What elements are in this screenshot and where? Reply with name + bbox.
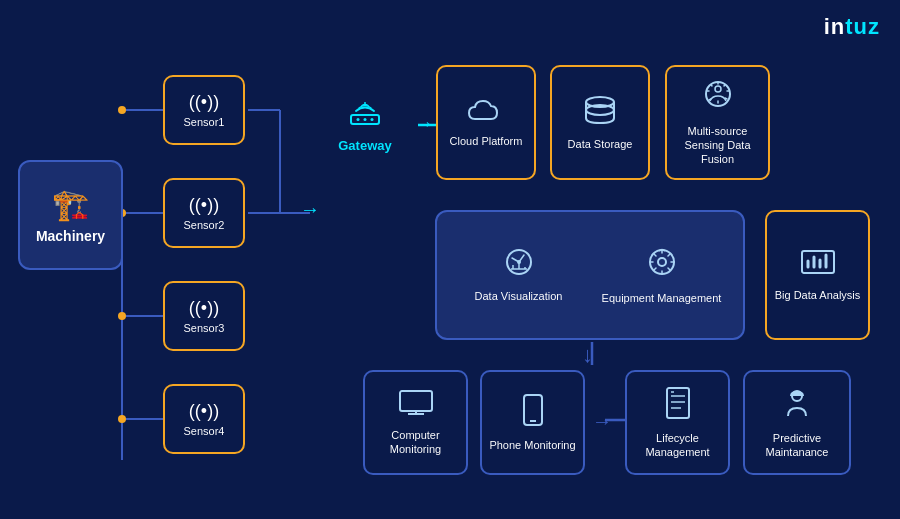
svg-rect-42 [667,388,689,418]
bigdata-card: Big Data Analysis [765,210,870,340]
phone-monitoring-label: Phone Monitoring [489,438,575,452]
svg-rect-37 [400,391,432,411]
phone-monitoring-icon [522,393,544,433]
sensor1-label: Sensor1 [184,116,225,128]
multisource-card: Multi-source Sensing Data Fusion [665,65,770,180]
sensor1-box: ((•)) Sensor1 [163,75,245,145]
sensor3-label: Sensor3 [184,322,225,334]
bigdata-icon [800,247,836,283]
predictive-label: Predictive Maintanance [745,431,849,460]
sensor4-box: ((•)) Sensor4 [163,384,245,454]
sensor4-label: Sensor4 [184,425,225,437]
phone-monitoring-card: Phone Monitoring [480,370,585,475]
equipment-label: Equipment Management [602,291,722,305]
multisource-icon [700,79,736,119]
bigdata-label: Big Data Analysis [775,288,861,302]
computer-monitoring-icon [398,389,434,423]
svg-point-31 [658,258,666,266]
logo-tuz: tuz [845,14,880,39]
sensor1-icon: ((•)) [189,92,219,113]
lifecycle-icon [663,386,693,426]
lifecycle-card: Lifecycle Management [625,370,730,475]
dataviz-icon [502,247,536,283]
predictive-card: Predictive Maintanance [743,370,851,475]
predictive-icon [780,386,814,426]
sensor3-box: ((•)) Sensor3 [163,281,245,351]
svg-point-8 [118,415,126,423]
computer-monitoring-label: Computer Monitoring [365,428,466,457]
computer-monitoring-card: Computer Monitoring [363,370,468,475]
machinery-icon: 🏗️ [52,187,89,222]
sensor2-label: Sensor2 [184,219,225,231]
svg-point-23 [715,86,721,92]
equipment-icon [645,245,679,285]
arrow-down-to-bottom: ↓ [582,342,593,368]
sensor3-icon: ((•)) [189,298,219,319]
svg-point-5 [118,106,126,114]
svg-point-17 [364,118,367,121]
lifecycle-label: Lifecycle Management [627,431,728,460]
logo-in: in [824,14,846,39]
data-storage-icon [582,94,618,132]
svg-point-18 [371,118,374,121]
arrow-bottom-to-right: → [592,410,612,433]
middle-card-group: Data Visualization Equipment Management [435,210,745,340]
machinery-label: Machinery [36,228,105,244]
gateway-label: Gateway [338,138,391,153]
arrow-gateway-cloud: → [414,112,434,135]
svg-point-7 [118,312,126,320]
cloud-platform-card: Cloud Platform [436,65,536,180]
svg-point-16 [357,118,360,121]
data-storage-label: Data Storage [568,137,633,151]
gateway-icon [347,99,383,134]
arrow-sensor-gateway: → [300,198,320,221]
dataviz-card: Data Visualization [459,247,579,303]
equipment-card: Equipment Management [602,245,722,305]
gateway-box: Gateway [320,88,410,163]
data-storage-card: Data Storage [550,65,650,180]
sensor2-box: ((•)) Sensor2 [163,178,245,248]
multisource-label: Multi-source Sensing Data Fusion [667,124,768,167]
intuz-logo: intuz [824,14,880,40]
sensor2-icon: ((•)) [189,195,219,216]
cloud-platform-label: Cloud Platform [450,134,523,148]
cloud-platform-icon [467,97,505,129]
sensor4-icon: ((•)) [189,401,219,422]
dataviz-label: Data Visualization [475,289,563,303]
machinery-box: 🏗️ Machinery [18,160,123,270]
